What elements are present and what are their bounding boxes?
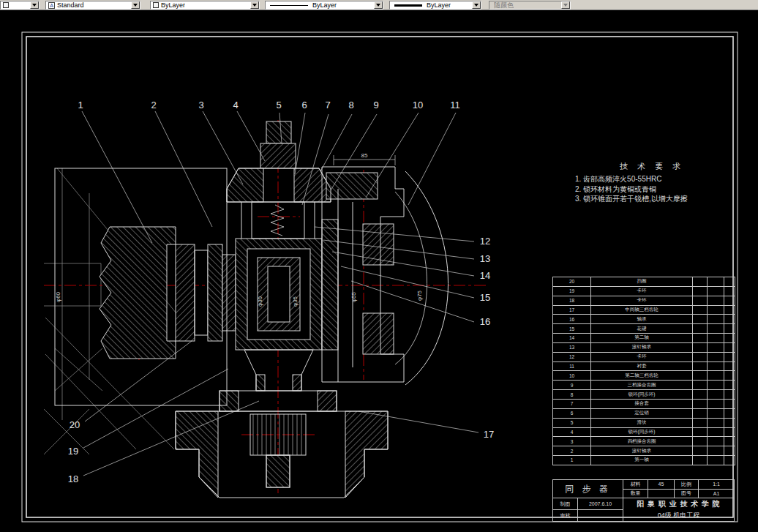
chevron-down-icon	[133, 4, 138, 7]
callout-18: 18	[68, 473, 78, 484]
text-style-combo[interactable]: A Standard	[45, 1, 140, 10]
row-no: 16	[553, 315, 591, 324]
table-row: 3四档接合齿圈	[553, 437, 735, 446]
sheet-label: 图号	[675, 490, 699, 498]
callout-20: 20	[70, 419, 80, 430]
dim-phi30: φ30	[257, 296, 263, 307]
row-no: 4	[553, 427, 591, 437]
row-no: 9	[553, 381, 591, 390]
row-no: 3	[553, 437, 591, 446]
text-style-arrow[interactable]	[131, 1, 140, 9]
chevron-down-icon	[474, 4, 479, 7]
table-row: 10第二轴三档齿轮	[553, 371, 735, 381]
row-no: 11	[553, 361, 591, 371]
table-row: 1第一轴	[553, 456, 735, 465]
tech-req-item: 2. 锁环材料为黄铜或青铜	[575, 184, 729, 195]
class-dept: 04级 机电工程	[658, 511, 700, 520]
callout-10: 10	[413, 100, 423, 110]
callout-5: 5	[276, 100, 281, 110]
chevron-down-icon	[376, 4, 380, 7]
row-no: 18	[553, 296, 591, 305]
row-no: 17	[553, 305, 591, 315]
material-value: 45	[648, 480, 675, 489]
tech-req-item: 1. 齿部高频淬火50-55HRC	[575, 174, 729, 184]
linetype-arrow[interactable]	[374, 1, 383, 9]
row-no: 2	[553, 446, 591, 456]
dim-phi60: φ60	[55, 291, 61, 302]
row-name: 卡环	[591, 296, 693, 305]
callout-11: 11	[450, 100, 460, 110]
row-name: 四档接合齿圈	[591, 437, 693, 446]
lineweight-icon	[394, 4, 422, 7]
callout-8: 8	[348, 100, 353, 110]
plot-style-value: 随颜色	[494, 1, 514, 10]
row-name: 挡圈	[591, 277, 693, 287]
drawn-date: 2007.6.10	[578, 498, 623, 509]
dim-phi75: φ75	[416, 290, 423, 301]
callout-16: 16	[480, 316, 490, 327]
linetype-value: ByLayer	[312, 1, 337, 9]
chevron-down-icon	[563, 4, 568, 7]
callout-1: 1	[78, 100, 83, 110]
table-row: 14第二轴	[553, 334, 735, 343]
color-control-combo[interactable]: ByLayer	[150, 1, 260, 10]
row-name: 滑块	[591, 418, 693, 427]
school-name: 阳 泉 职 业 技 术 学 院	[637, 499, 720, 509]
table-row: 6定位销	[553, 408, 735, 418]
chevron-down-icon	[32, 4, 37, 7]
table-row: 4锁环(同步环)	[553, 427, 735, 437]
table-row: 20挡圈	[553, 277, 735, 287]
row-name: 中间轴三档齿轮	[591, 305, 693, 315]
qty-label: 数量	[623, 490, 648, 498]
table-row: 7接合套	[553, 399, 735, 408]
row-name: 锁环(同步环)	[591, 427, 693, 437]
table-row: 18卡环	[553, 296, 735, 305]
table-row: 15花键	[553, 324, 735, 334]
parts-table: 20挡圈 19卡环 18卡环 17中间轴三档齿轮 16轴承 15花键 14第二轴…	[552, 277, 735, 465]
table-row: 12卡环	[553, 352, 735, 361]
row-name: 第二轴	[591, 334, 693, 343]
sheet-value: A1	[699, 490, 734, 498]
table-row: 13滚针轴承	[553, 342, 735, 352]
lineweight-combo[interactable]: ByLayer	[389, 1, 481, 10]
qty-value	[648, 490, 675, 498]
linetype-combo[interactable]: ByLayer	[265, 1, 383, 10]
table-row: 17中间轴三档齿轮	[553, 305, 735, 315]
row-no: 6	[553, 408, 591, 418]
plot-style-arrow	[561, 1, 570, 9]
row-name: 卡环	[591, 286, 693, 296]
properties-toolbar: A Standard ByLayer ByLayer ByLayer 随颜色	[0, 0, 758, 10]
row-name: 第一轴	[591, 456, 693, 465]
table-row: 19卡环	[553, 286, 735, 296]
row-name: 轴承	[591, 315, 693, 324]
lineweight-arrow[interactable]	[472, 1, 481, 9]
linetype-icon	[270, 5, 308, 6]
drawing-canvas[interactable]: 85 φ60 φ30 φ35 φ55 φ75 1 2 3 4 5 6	[0, 10, 758, 532]
table-row: 9三档接合齿圈	[553, 381, 735, 390]
table-row: 11衬套	[553, 361, 735, 371]
scale-label: 比例	[675, 480, 699, 489]
tech-req-item: 3. 锁环锥面开若干锐槽,以增大摩擦	[575, 194, 729, 204]
table-row: 2滚针轴承	[553, 446, 735, 456]
table-row: 8锁环(同步环)	[553, 390, 735, 400]
row-no: 14	[553, 334, 591, 343]
plot-style-combo: 随颜色	[489, 1, 571, 10]
row-name: 衬套	[591, 361, 693, 371]
callout-4: 4	[233, 100, 238, 110]
callout-12: 12	[480, 236, 490, 247]
layer-color-icon	[153, 2, 159, 8]
dim-phi55: φ55	[350, 291, 357, 302]
chevron-down-icon	[252, 4, 257, 7]
row-no: 1	[553, 456, 591, 465]
callout-14: 14	[480, 270, 490, 281]
material-label: 材料	[623, 480, 648, 489]
checked-label: 审核	[553, 510, 578, 521]
callout-7: 7	[325, 100, 330, 110]
left-combo-arrow[interactable]	[30, 1, 39, 9]
technical-requirements: 技 术 要 求 1. 齿部高频淬火50-55HRC 2. 锁环材料为黄铜或青铜 …	[575, 161, 729, 204]
color-control-arrow[interactable]	[250, 1, 259, 9]
tech-req-title: 技 术 要 求	[575, 161, 729, 172]
row-no: 15	[553, 324, 591, 334]
row-no: 5	[553, 418, 591, 427]
left-combo[interactable]	[0, 1, 40, 10]
